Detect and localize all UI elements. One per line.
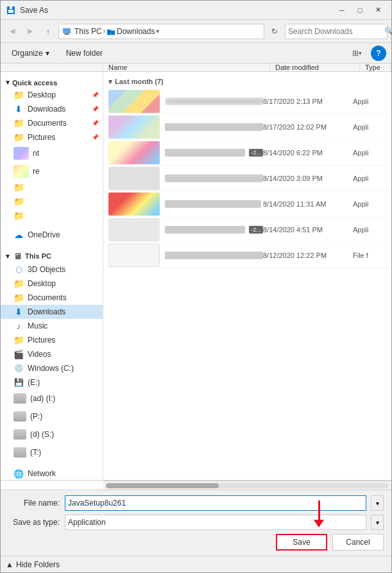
- sidebar-item-onedrive[interactable]: ☁ OneDrive: [1, 228, 103, 242]
- sidebar-item-music[interactable]: ♪ Music: [1, 319, 103, 333]
- sidebar-folder-1[interactable]: 📁: [1, 180, 103, 194]
- col-type-header[interactable]: Type: [360, 64, 391, 71]
- scrollbar-track[interactable]: [106, 483, 389, 488]
- sidebar-item-drive-e[interactable]: 💾 (E:): [1, 375, 103, 389]
- desktop-folder-icon-pc: 📁: [13, 278, 24, 289]
- savetype-row: Save as type: ▾: [8, 515, 384, 530]
- organize-label: Organize: [12, 49, 43, 58]
- file-thumb-2: [108, 115, 160, 139]
- hide-folders-bar[interactable]: ▲ Hide Folders: [1, 556, 391, 572]
- file-name-5: [165, 200, 261, 208]
- cancel-button[interactable]: Cancel: [332, 534, 384, 551]
- file-row-7[interactable]: 8/12/2020 12:22 PM File f: [103, 243, 391, 268]
- file-row-2[interactable]: 8/17/2020 12:02 PM Appli: [103, 114, 391, 140]
- breadcrumb-dropdown-arrow[interactable]: ▾: [156, 28, 159, 35]
- file-row-5[interactable]: 8/14/2020 11:31 AM Appli: [103, 191, 391, 217]
- back-button[interactable]: ◀: [4, 24, 20, 39]
- new-folder-label: New folder: [66, 49, 103, 58]
- new-folder-button[interactable]: New folder: [60, 46, 108, 61]
- downloads-folder-icon: ↓: [107, 27, 115, 36]
- group-header-label: Last month (7): [115, 78, 164, 85]
- file-type-7: File f: [353, 252, 391, 259]
- save-button[interactable]: Save: [276, 534, 327, 551]
- refresh-button[interactable]: ↻: [267, 24, 282, 39]
- sidebar-item-desktop-pc[interactable]: 📁 Desktop: [1, 277, 103, 291]
- sidebar-item-network[interactable]: 🌐 Network: [1, 466, 103, 480]
- pin-icon-desktop: 📌: [92, 92, 99, 98]
- thumb-img-3: [108, 141, 160, 164]
- sidebar-item-drive-t[interactable]: (T:): [1, 443, 103, 461]
- desktop-folder-icon: 📁: [13, 90, 24, 100]
- sidebar-item-drive-s[interactable]: (d) (S:): [1, 425, 103, 443]
- up-button[interactable]: ↑: [40, 24, 56, 39]
- scrollbar-thumb[interactable]: [106, 483, 219, 488]
- search-input[interactable]: [288, 27, 384, 36]
- sidebar-item-3dobjects[interactable]: ⬡ 3D Objects: [1, 262, 103, 277]
- close-button[interactable]: ✕: [370, 4, 386, 17]
- file-badge-3: -2...: [249, 149, 263, 157]
- file-row-3[interactable]: -2... 8/14/2020 6:22 PM Appli: [103, 140, 391, 166]
- red-arrow-indicator: [314, 500, 324, 527]
- file-name-6: [165, 226, 245, 234]
- file-group-header[interactable]: ▾ Last month (7): [103, 74, 391, 89]
- file-info-3: -2...: [165, 149, 263, 157]
- this-pc-header[interactable]: ▾ 🖥 This PC: [1, 247, 103, 262]
- file-info-6: -2...: [165, 226, 263, 234]
- filename-dropdown-arrow[interactable]: ▾: [371, 495, 384, 511]
- minimize-button[interactable]: ─: [334, 4, 350, 17]
- file-type-5: Appli: [353, 200, 391, 208]
- sidebar-item-documents-quick[interactable]: 📁 Documents 📌: [1, 116, 103, 130]
- sidebar-drive-e-label: (E:): [28, 378, 40, 387]
- savetype-dropdown-arrow[interactable]: ▾: [371, 515, 384, 530]
- sidebar-item-pictures-pc[interactable]: 📁 Pictures: [1, 333, 103, 347]
- dialog-title: Save As: [20, 6, 48, 15]
- file-row-1[interactable]: 8/17/2020 2:13 PM Appli: [103, 89, 391, 114]
- file-info-4: [165, 175, 263, 182]
- sidebar-item-videos[interactable]: 🎬 Videos: [1, 347, 103, 361]
- toolbar: Organize ▾ New folder ⊞ ▾ ?: [1, 43, 391, 64]
- file-date-6: 8/14/2020 4:51 PM: [263, 226, 353, 234]
- file-row-6[interactable]: -2... 8/14/2020 4:51 PM Appli: [103, 217, 391, 243]
- sidebar-thumb-item-2[interactable]: re: [1, 162, 103, 180]
- help-button[interactable]: ?: [371, 46, 386, 61]
- sidebar-folder-3[interactable]: 📁: [1, 209, 103, 223]
- sidebar-drive-s-label: (d) (S:): [30, 430, 54, 439]
- sidebar-item-drive-i[interactable]: (ad) (I:): [1, 389, 103, 407]
- sidebar-item-pictures-quick[interactable]: 📁 Pictures 📌: [1, 130, 103, 144]
- pictures-folder-icon-pc: 📁: [13, 335, 24, 345]
- file-date-7: 8/12/2020 12:22 PM: [263, 252, 353, 259]
- sidebar-item-downloads-pc[interactable]: ⬇ Downloads: [1, 305, 103, 319]
- col-name-header[interactable]: Name: [103, 64, 270, 71]
- search-box[interactable]: 🔍: [285, 24, 388, 39]
- file-date-3: 8/14/2020 6:22 PM: [263, 149, 353, 157]
- sidebar-item-windows-c[interactable]: 💿 Windows (C:): [1, 361, 103, 375]
- file-name-1: [165, 98, 263, 105]
- sidebar-item-desktop[interactable]: 📁 Desktop 📌: [1, 88, 103, 102]
- view-icon: ⊞: [352, 49, 359, 58]
- sidebar-thumb2-label: re: [33, 167, 40, 176]
- horizontal-scrollbar[interactable]: [103, 481, 391, 490]
- sidebar-folder-2[interactable]: 📁: [1, 194, 103, 209]
- col-date-header[interactable]: Date modified: [270, 64, 360, 71]
- sidebar-item-drive-p[interactable]: (P:): [1, 407, 103, 425]
- file-type-6: Appli: [353, 226, 391, 234]
- sidebar-item-downloads-quick[interactable]: ⬇ Downloads 📌: [1, 102, 103, 116]
- search-icon: 🔍: [384, 27, 392, 35]
- sidebar-item-documents-pc[interactable]: 📁 Documents: [1, 291, 103, 305]
- arrow-shaft: [318, 500, 320, 520]
- organize-button[interactable]: Organize ▾: [6, 46, 55, 61]
- sidebar-thumb-item-1[interactable]: nt: [1, 144, 103, 162]
- drive-p-thumb: [13, 411, 26, 422]
- breadcrumb[interactable]: This PC › ↓ Downloads ▾: [58, 24, 264, 39]
- sidebar: ▾ Quick access 📁 Desktop 📌 ⬇ Downloads 📌…: [1, 72, 103, 480]
- drive-i-thumb: [13, 393, 26, 404]
- maximize-button[interactable]: □: [352, 4, 368, 17]
- forward-button[interactable]: ▶: [22, 24, 38, 39]
- file-thumb-1: [108, 90, 160, 113]
- file-list: ▾ Last month (7) 8/17/2020 2:13 PM Appli: [103, 72, 391, 480]
- documents-folder-icon-quick: 📁: [13, 118, 24, 128]
- file-row-4[interactable]: 8/14/2020 3:09 PM Appli: [103, 166, 391, 191]
- view-button[interactable]: ⊞ ▾: [348, 46, 366, 61]
- window-controls: ─ □ ✕: [334, 4, 386, 17]
- quick-access-header[interactable]: ▾ Quick access: [1, 74, 103, 88]
